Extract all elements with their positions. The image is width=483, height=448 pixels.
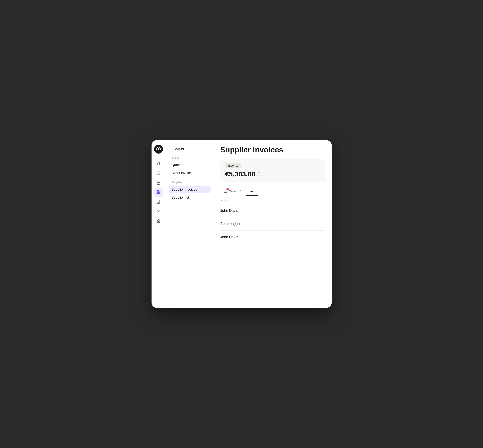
summary-card: Imported €5,303.00 i xyxy=(220,159,325,182)
page-header: Supplier invoices xyxy=(214,140,332,159)
summary-amount: €5,303.00 i xyxy=(225,170,320,178)
tab-divider xyxy=(245,189,246,193)
supplier-name: John Davis xyxy=(220,208,325,213)
table-header-row: Supplier ⇅ xyxy=(220,196,325,204)
supplier-invoices-nav-item[interactable]: Supplier invoices xyxy=(169,186,211,193)
tasks-badge xyxy=(226,188,229,190)
expenses-nav-icon[interactable]: € xyxy=(154,207,163,216)
suppliers-section-label: Suppliers xyxy=(169,181,211,184)
bank-nav-icon[interactable] xyxy=(154,178,163,187)
purchase-orders-nav-icon[interactable] xyxy=(154,198,163,206)
supplier-invoices-nav-icon[interactable] xyxy=(154,188,163,197)
tabs-bar: Tasks 16 Imp xyxy=(220,187,325,196)
sort-icon: ⇅ xyxy=(231,199,232,202)
svg-marker-8 xyxy=(157,181,160,182)
svg-rect-3 xyxy=(158,163,159,165)
nav-sidebar: Invoices Clients Quotes Client invoices … xyxy=(166,140,214,308)
supplier-name: John Davis xyxy=(220,235,325,239)
client-invoices-nav-item[interactable]: Client invoices xyxy=(169,169,211,177)
main-content: Supplier invoices Imported €5,303.00 i xyxy=(214,140,332,308)
icon-sidebar: € xyxy=(152,140,166,308)
supplier-column-header[interactable]: Supplier ⇅ xyxy=(220,199,325,202)
supplier-list-nav-item[interactable]: Supplier list xyxy=(169,194,211,201)
svg-rect-2 xyxy=(157,164,158,165)
imported-badge: Imported xyxy=(225,163,241,168)
device-frame: € Invoices Clients Quotes Client invoice… xyxy=(152,140,332,308)
logo-button[interactable] xyxy=(154,145,163,154)
page-title: Supplier invoices xyxy=(220,146,325,154)
invoices-nav-item[interactable]: Invoices xyxy=(169,145,211,152)
budget-nav-icon[interactable] xyxy=(154,217,163,226)
tasks-tab-icon-wrapper xyxy=(224,189,228,193)
svg-text:€: € xyxy=(158,211,159,213)
analytics-nav-icon[interactable] xyxy=(154,159,163,168)
tasks-tab-count: 16 xyxy=(238,190,241,193)
tasks-tab-label: Tasks xyxy=(229,190,237,193)
tasks-tab[interactable]: Tasks 16 xyxy=(220,187,245,196)
info-icon[interactable]: i xyxy=(257,172,261,176)
table-row[interactable]: John Davis xyxy=(220,231,325,244)
imported-tab[interactable]: Imp xyxy=(246,187,258,196)
clients-section-label: Clients xyxy=(169,156,211,159)
table-container: Supplier ⇅ John Davis Beth Hughes John D… xyxy=(214,196,332,308)
table-row[interactable]: Beth Hughes xyxy=(220,217,325,231)
supplier-name: Beth Hughes xyxy=(220,222,325,226)
table-row[interactable]: John Davis xyxy=(220,204,325,217)
imported-tab-label: Imp xyxy=(249,190,254,193)
svg-rect-4 xyxy=(160,162,160,165)
quotes-nav-item[interactable]: Quotes xyxy=(169,161,211,169)
inbox-nav-icon[interactable] xyxy=(154,169,163,178)
